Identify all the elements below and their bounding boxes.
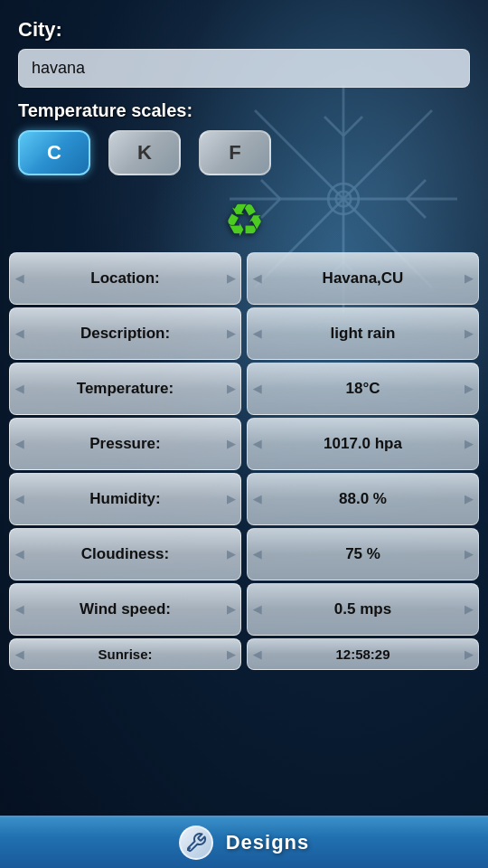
value-wind-speed: 0.5 mps <box>247 583 479 636</box>
label-sunrise: Sunrise: <box>9 638 241 670</box>
city-input[interactable] <box>18 49 470 88</box>
value-sunrise: 12:58:29 <box>247 638 479 670</box>
value-location: Havana,CU <box>247 252 479 305</box>
table-row: Pressure: 1017.0 hpa <box>9 418 479 470</box>
table-row: Wind speed: 0.5 mps <box>9 583 479 636</box>
label-humidity: Humidity: <box>9 473 241 525</box>
designs-icon <box>179 826 213 860</box>
table-row: Location: Havana,CU <box>9 252 479 305</box>
scale-button-k[interactable]: K <box>108 130 181 175</box>
table-row: Description: light rain <box>9 307 479 360</box>
table-row: Temperature: 18°C <box>9 363 479 415</box>
scale-buttons-group: C K F <box>18 130 470 175</box>
scale-button-c[interactable]: C <box>18 130 90 175</box>
label-description: Description: <box>9 307 241 360</box>
label-wind-speed: Wind speed: <box>9 583 241 636</box>
label-temperature: Temperature: <box>9 363 241 415</box>
scale-button-f[interactable]: F <box>199 130 271 175</box>
value-temperature: 18°C <box>247 363 479 415</box>
label-location: Location: <box>9 252 241 305</box>
label-cloudiness: Cloudiness: <box>9 528 241 580</box>
value-description: light rain <box>247 307 479 360</box>
table-row: Sunrise: 12:58:29 <box>9 638 479 670</box>
temp-scales-label: Temperature scales: <box>18 100 470 121</box>
table-row: Cloudiness: 75 % <box>9 528 479 580</box>
refresh-arrows-icon: ♻ <box>224 198 265 243</box>
weather-data-section: Location: Havana,CU Description: light r… <box>0 252 488 816</box>
designs-label: Designs <box>226 831 310 854</box>
value-cloudiness: 75 % <box>247 528 479 580</box>
refresh-area: ♻ <box>0 184 488 252</box>
label-pressure: Pressure: <box>9 418 241 470</box>
table-row: Humidity: 88.0 % <box>9 473 479 525</box>
refresh-button[interactable]: ♻ <box>212 193 276 248</box>
value-humidity: 88.0 % <box>247 473 479 525</box>
bottom-bar[interactable]: Designs <box>0 816 488 868</box>
city-label: City: <box>18 18 470 42</box>
value-pressure: 1017.0 hpa <box>247 418 479 470</box>
